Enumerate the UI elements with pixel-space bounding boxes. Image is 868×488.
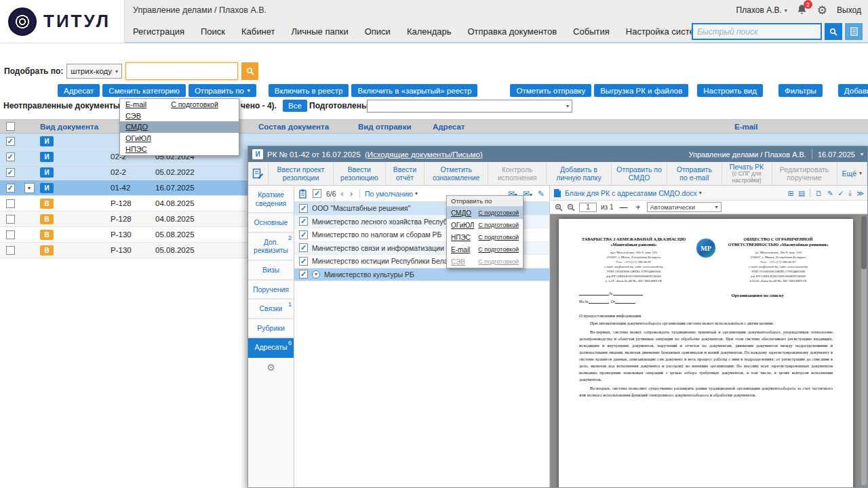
action-configure-view[interactable]: Настроить вид — [697, 84, 763, 97]
btn-add-to-personal-folder[interactable]: Добавить в личную папку — [547, 162, 612, 185]
col-email[interactable]: E-mail — [732, 120, 868, 133]
sort-order-select[interactable]: По умолчанию ▾ — [365, 190, 418, 198]
zoom-minus-button[interactable]: — — [618, 203, 630, 212]
menu-item-npes[interactable]: НПЭС С подготовкой — [447, 231, 523, 243]
user-menu[interactable]: Плахов А.В. ▾ — [736, 5, 787, 15]
menu-item-smdo[interactable]: СМДО — [120, 121, 239, 133]
menu-item-ogiyul[interactable]: ОГиЮЛ С подготовкой — [447, 219, 523, 231]
menu-item-with-preparation[interactable]: С подготовкой — [478, 209, 519, 216]
addressee-checkbox[interactable]: ✓ — [299, 230, 308, 239]
preview-file-select[interactable]: Бланк для РК с адресатами СМДО.docx ▾ — [565, 189, 702, 197]
tab-links[interactable]: Связки1 — [248, 300, 294, 319]
col-doc-content[interactable]: Состав документа — [256, 120, 356, 133]
btn-more[interactable]: Ещё ▾ — [837, 162, 868, 185]
barcode-input[interactable] — [125, 62, 238, 80]
btn-send-smdo[interactable]: Отправить по СМДО — [612, 162, 667, 185]
action-send-via[interactable]: Отправить по ▾ — [189, 84, 256, 97]
btn-print-rk[interactable]: Печать РК (с СПГ для настройки) — [722, 162, 772, 185]
col-send-type[interactable]: Вид отправки — [356, 120, 431, 133]
prev-next-arrows[interactable]: ‹ › — [341, 189, 355, 199]
tab-assignments[interactable]: Поручения — [248, 281, 294, 300]
tab-visas[interactable]: Визы — [248, 261, 294, 281]
download-file-icon[interactable]: ⤓ — [848, 188, 852, 197]
btn-mark-acquaintance[interactable]: Отметить ознакомление — [425, 162, 488, 185]
action-mark-sent[interactable]: Отметить отправку — [510, 84, 591, 97]
list-icon[interactable] — [299, 189, 308, 199]
btn-enter-resolution[interactable]: Ввести резолюцию — [334, 162, 386, 185]
menu-item-email[interactable]: E-mail С подготовкой — [120, 99, 239, 110]
tab-main[interactable]: Основные — [248, 214, 294, 233]
nav-item-calendar[interactable]: Календарь — [407, 26, 452, 37]
collapse-panel-icon[interactable]: ≫ — [856, 189, 864, 197]
nav-item-events[interactable]: События — [573, 26, 610, 37]
menu-item-npes[interactable]: НПЭС — [120, 144, 239, 155]
addressee-checkbox[interactable]: ✓ — [299, 270, 308, 279]
tabs-settings-gear-icon[interactable]: ⚙ — [248, 358, 294, 377]
col-addressee[interactable]: Адресат — [431, 120, 732, 133]
logout-link[interactable]: Выход — [837, 5, 861, 15]
menu-item-with-preparation[interactable]: С подготовкой — [478, 234, 519, 241]
row-checkbox[interactable]: ✓ — [6, 152, 15, 161]
preview-scrollbar-thumb[interactable] — [861, 216, 867, 269]
pick-by-mode-select[interactable]: штрих-коду ▾ — [66, 64, 122, 79]
panel-layout-icon[interactable]: ⊞ — [787, 189, 793, 197]
menu-item-smdo[interactable]: СМДО С подготовкой — [447, 207, 523, 219]
chevron-down-icon[interactable]: ▾ — [861, 151, 863, 157]
row-checkbox[interactable]: ✓ — [6, 184, 15, 192]
row-checkbox[interactable] — [6, 246, 15, 255]
zoom-out-icon[interactable] — [567, 203, 575, 211]
send-mail-all-icon[interactable]: ✉▾ — [523, 189, 532, 199]
action-add-to-registry[interactable]: Включить в реестр — [269, 84, 349, 97]
btn-send-email[interactable]: Отправить по e-mail — [667, 162, 722, 185]
menu-item-sev[interactable]: СЭВ — [120, 110, 239, 122]
nav-item-cabinet[interactable]: Кабинет — [241, 26, 275, 37]
action-add-to-personal-folder[interactable]: Добавить в личную папку — [838, 84, 868, 97]
nav-item-registration[interactable]: Регистрация — [133, 26, 184, 37]
addressee-checkbox[interactable]: ✓ — [299, 217, 308, 226]
nav-item-inventories[interactable]: Описи — [365, 26, 391, 37]
addressee-checkbox[interactable]: ✓ — [299, 243, 308, 252]
select-all-checkbox[interactable] — [6, 122, 15, 131]
row-checkbox[interactable]: ✓ — [6, 168, 15, 177]
nav-item-send-documents[interactable]: Отправка документов — [468, 26, 557, 37]
quick-search-button[interactable] — [825, 23, 842, 40]
action-filters[interactable]: Фильтры — [778, 84, 823, 97]
menu-item-with-preparation[interactable]: С подготовкой — [171, 100, 218, 108]
tab-rubrics[interactable]: Рубрики — [248, 319, 294, 339]
btn-enter-report[interactable]: Ввести отчёт — [386, 162, 425, 185]
sign-file-icon[interactable]: ✓ — [838, 189, 844, 197]
barcode-search-button[interactable] — [241, 62, 258, 80]
row-checkbox[interactable]: ✓ — [6, 137, 15, 146]
menu-item-with-preparation[interactable]: С подготовкой — [478, 222, 519, 228]
settings-gear-icon[interactable]: ⚙ — [817, 5, 827, 16]
page-number-input[interactable]: 1 — [579, 203, 597, 212]
select-all-addressees-checkbox[interactable]: ✓ — [313, 189, 321, 198]
row-checkbox[interactable] — [6, 215, 15, 224]
action-export-rk-files[interactable]: Выгрузка РК и файлов — [594, 84, 688, 97]
card-title-link[interactable]: (Исходящие документы/Письмо) — [365, 150, 483, 159]
menu-item-ogiyul[interactable]: ОГиЮЛ — [120, 133, 239, 144]
nav-item-personal-folders[interactable]: Личные папки — [291, 26, 348, 37]
document-scan-button[interactable] — [845, 23, 863, 40]
show-all-button[interactable]: Все — [283, 100, 307, 112]
zoom-mode-select[interactable]: Автоматически ▾ — [647, 202, 722, 212]
tab-brief-info[interactable]: Краткие сведения — [248, 186, 294, 214]
action-add-to-closed-registry[interactable]: Включить в «закрытый» реестр — [351, 84, 477, 97]
edit-document-icon-button[interactable] — [248, 162, 269, 185]
tab-additional-requisites[interactable]: Доп. реквизиты2 — [248, 233, 294, 261]
thumbnails-icon[interactable]: ▤ — [798, 189, 805, 197]
new-version-icon[interactable]: 🗋 — [815, 189, 823, 197]
zoom-in-icon[interactable] — [555, 203, 563, 211]
preview-scrollbar[interactable] — [861, 216, 867, 485]
quick-search-input[interactable] — [692, 23, 822, 40]
notifications-button[interactable]: 2 — [797, 4, 808, 16]
document-scroll-area[interactable]: ТАВАРЫСТВА З АБМЕЖАВАНАЙ АДКАЗНАСЦЮ «Маш… — [550, 214, 867, 487]
row-expand-button[interactable]: ▾ — [24, 183, 35, 193]
app-logo[interactable]: ТИТУЛ — [0, 0, 125, 43]
menu-item-with-preparation[interactable]: С подготовкой — [478, 246, 519, 253]
action-change-category[interactable]: Сменить категорию — [102, 84, 186, 97]
col-doc-type[interactable]: Вид документа — [38, 120, 108, 133]
zoom-plus-button[interactable]: + — [634, 203, 643, 212]
nav-item-search[interactable]: Поиск — [201, 26, 225, 37]
edit-addressees-icon[interactable]: ✎ — [538, 189, 545, 199]
